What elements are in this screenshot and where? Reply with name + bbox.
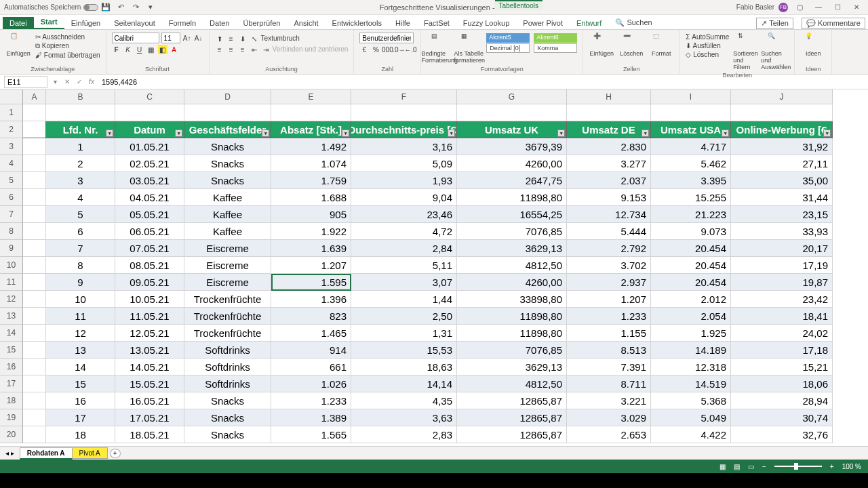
cell[interactable]: 8.513 (567, 342, 651, 359)
cell[interactable]: 1.595 (271, 274, 351, 291)
col-header-E[interactable]: E (271, 89, 351, 104)
cell[interactable]: 16554,25 (457, 206, 567, 223)
cell[interactable]: 4260,00 (457, 155, 567, 172)
align-bot-icon[interactable]: ⬇ (238, 34, 248, 43)
cell[interactable]: 30,74 (731, 409, 833, 426)
cell[interactable]: 5.444 (567, 223, 651, 240)
tab-powerpivot[interactable]: Power Pivot (516, 17, 570, 29)
cell[interactable]: 7.391 (567, 359, 651, 375)
cell[interactable] (23, 291, 46, 308)
format-as-table-button[interactable]: ▦Als Tabelle formatieren (456, 33, 482, 64)
cell[interactable]: 9,04 (351, 189, 457, 206)
cell[interactable]: 823 (271, 308, 351, 325)
cell[interactable] (567, 104, 651, 121)
cell[interactable]: 05.05.21 (115, 206, 184, 223)
cell[interactable]: 15,53 (351, 342, 457, 359)
cell[interactable]: 5.368 (651, 392, 731, 409)
cell[interactable]: 21.223 (651, 206, 731, 223)
cell[interactable]: 2.653 (567, 426, 651, 443)
cell[interactable]: Kaffee (184, 206, 271, 223)
cell[interactable]: 9.073 (651, 223, 731, 240)
cell[interactable]: 3 (46, 172, 115, 189)
cell[interactable]: Snacks (184, 155, 271, 172)
cell[interactable]: 2 (46, 155, 115, 172)
cell[interactable]: 1,44 (351, 291, 457, 308)
cell[interactable]: 14 (46, 359, 115, 375)
cell[interactable] (23, 308, 46, 325)
cell[interactable] (23, 121, 46, 138)
row-header[interactable]: 15 (0, 342, 23, 359)
clear-button[interactable]: ◇ Löschen (686, 50, 729, 59)
underline-button[interactable]: U (135, 45, 144, 54)
cell[interactable]: 1.925 (651, 325, 731, 342)
cell[interactable] (651, 104, 731, 121)
cell[interactable]: 06.05.21 (115, 223, 184, 240)
cell[interactable] (23, 325, 46, 342)
cell[interactable] (351, 104, 457, 121)
cell[interactable]: 35,00 (731, 172, 833, 189)
cell[interactable]: 7076,85 (457, 223, 567, 240)
cell[interactable] (115, 104, 184, 121)
cell[interactable]: 12 (46, 325, 115, 342)
close-icon[interactable]: ✕ (852, 3, 861, 12)
zoom-level[interactable]: 100 % (842, 463, 861, 470)
col-header-G[interactable]: G (457, 89, 567, 104)
cell[interactable]: 3629,13 (457, 359, 567, 375)
filter-dropdown-icon[interactable]: ▾ (722, 129, 729, 137)
tab-review[interactable]: Überprüfen (236, 17, 287, 29)
italic-button[interactable]: K (123, 45, 133, 54)
cell[interactable] (23, 375, 46, 392)
zoom-slider[interactable] (774, 466, 822, 467)
cell[interactable]: Kaffee (184, 223, 271, 240)
find-select-button[interactable]: 🔍Suchen und Auswählen (763, 33, 789, 70)
cell[interactable]: 04.05.21 (115, 189, 184, 206)
cell[interactable]: 20,17 (731, 240, 833, 257)
percent-icon[interactable]: % (371, 45, 380, 54)
comments-button[interactable]: 💬 Kommentare (802, 18, 865, 29)
cell[interactable]: 10.05.21 (115, 291, 184, 308)
cell[interactable]: 7076,85 (457, 342, 567, 359)
align-top-icon[interactable]: ⬆ (215, 34, 224, 43)
cell[interactable]: 11.05.21 (115, 308, 184, 325)
cell[interactable]: Eiscreme (184, 274, 271, 291)
minimize-icon[interactable]: — (814, 3, 823, 12)
cut-button[interactable]: ✂ Ausschneiden (35, 33, 100, 41)
cell[interactable]: 31,44 (731, 189, 833, 206)
cell[interactable]: 1 (46, 138, 115, 155)
cell[interactable] (23, 155, 46, 172)
insert-cells-button[interactable]: ➕Einfügen (589, 33, 614, 57)
cell[interactable]: 3.277 (567, 155, 651, 172)
row-header[interactable]: 7 (0, 206, 23, 223)
row-header[interactable]: 13 (0, 308, 23, 325)
cell[interactable] (23, 206, 46, 223)
cell[interactable]: Snacks (184, 172, 271, 189)
cell[interactable]: 23,42 (731, 291, 833, 308)
qat-custom-icon[interactable]: ▾ (146, 3, 155, 12)
cell[interactable]: 16 (46, 392, 115, 409)
cell[interactable]: 12865,87 (457, 409, 567, 426)
cell[interactable]: 9.153 (567, 189, 651, 206)
cell[interactable]: 6 (46, 223, 115, 240)
cell[interactable]: Durchschnitts-preis [€]▾ (351, 121, 457, 138)
tab-view[interactable]: Ansicht (287, 17, 325, 29)
cell[interactable]: 5,11 (351, 257, 457, 274)
cell[interactable]: Softdrinks (184, 375, 271, 392)
paste-button[interactable]: 📋Einfügen (5, 33, 31, 57)
cell[interactable]: 3,07 (351, 274, 457, 291)
sheet-tab-rohdaten[interactable]: Rohdaten A (20, 447, 73, 460)
cell[interactable]: 1.565 (271, 426, 351, 443)
format-painter-button[interactable]: 🖌 Format übertragen (35, 51, 100, 60)
tab-dev[interactable]: Entwicklertools (326, 17, 389, 29)
cell[interactable]: 3679,39 (457, 138, 567, 155)
cell[interactable]: 12.318 (651, 359, 731, 375)
cell[interactable]: 1.492 (271, 138, 351, 155)
align-mid-icon[interactable]: ≡ (226, 34, 236, 43)
cell[interactable]: 24,02 (731, 325, 833, 342)
cell[interactable] (23, 409, 46, 426)
cell[interactable]: 03.05.21 (115, 172, 184, 189)
cell[interactable]: 18.05.21 (115, 426, 184, 443)
cell[interactable]: Snacks (184, 426, 271, 443)
delete-cells-button[interactable]: ➖Löschen (618, 33, 644, 57)
view-normal-icon[interactable]: ▦ (719, 463, 726, 470)
cell[interactable]: 4 (46, 189, 115, 206)
